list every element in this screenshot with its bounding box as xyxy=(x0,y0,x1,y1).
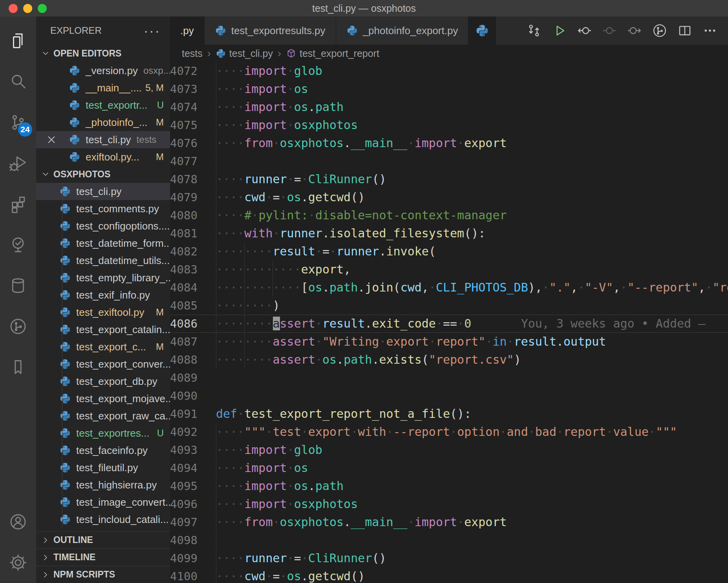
open-editor-item[interactable]: _photoinfo_...M xyxy=(36,114,170,131)
activity-item-bookmarks[interactable] xyxy=(0,347,36,388)
activity-item-source-control[interactable]: 24 xyxy=(0,102,36,143)
navigate-forward-icon[interactable] xyxy=(622,21,647,40)
navigate-back-icon[interactable] xyxy=(572,21,597,40)
editor-tab[interactable]: test_exportresults.py xyxy=(205,16,336,45)
code-line[interactable]: 4081····with·runner.isolated_filesystem(… xyxy=(170,224,728,242)
code-token: , xyxy=(344,262,351,276)
compare-changes-icon[interactable] xyxy=(521,21,547,40)
tree-item[interactable]: test_comments.py xyxy=(36,200,170,217)
code-line[interactable]: 4073····import·os xyxy=(170,80,728,98)
open-editor-item[interactable]: test_exportr...U xyxy=(36,97,170,114)
breadcrumb-item[interactable]: tests xyxy=(182,48,203,59)
tree-item[interactable]: test_configoptions.... xyxy=(36,217,170,235)
tree-item[interactable]: test_export_c...M xyxy=(36,338,170,355)
tree-item[interactable]: test_datetime_utils.... xyxy=(36,252,170,269)
code-line[interactable]: 4078····runner·=·CliRunner() xyxy=(170,170,728,188)
tree-item[interactable]: test_empty_library_... xyxy=(36,269,170,286)
tree-item[interactable]: test_cli.py xyxy=(36,183,170,200)
code-line[interactable]: 4091def·test_export_report_not_a_file(): xyxy=(170,405,728,423)
code-line[interactable]: 4093····import·glob xyxy=(170,441,728,459)
code-line[interactable]: 4095····import·os.path xyxy=(170,477,728,495)
navigate-none-icon[interactable] xyxy=(597,21,622,40)
tree-item[interactable]: test_export_catalin... xyxy=(36,321,170,338)
tree-item[interactable]: test_export_conver... xyxy=(36,355,170,373)
code-line-current[interactable]: 4086········assert·result.exit_code·==·0… xyxy=(170,315,728,333)
open-editor-item[interactable]: _version.pyosxp... xyxy=(36,62,170,79)
activity-item-explorer[interactable] xyxy=(0,20,36,61)
code-line[interactable]: 4077 xyxy=(170,152,728,170)
close-icon[interactable] xyxy=(46,134,57,146)
tree-item[interactable]: test_exif_info.py xyxy=(36,286,170,304)
tree-item[interactable]: test_highsierra.py xyxy=(36,476,170,494)
whitespace-dots: · xyxy=(450,425,457,439)
activity-item-test-explorer[interactable] xyxy=(0,224,36,265)
whitespace-dots: ···· xyxy=(216,497,244,511)
activity-item-settings[interactable] xyxy=(0,542,36,583)
code-token: join xyxy=(365,281,393,294)
split-editor-icon[interactable] xyxy=(672,21,697,40)
tree-item[interactable]: test_export_db.py xyxy=(36,373,170,390)
git-status-badge: M xyxy=(156,117,164,128)
code-line[interactable]: 4075····import·osxphotos xyxy=(170,116,728,134)
code-line[interactable]: 4092····"""·test·export·with·--report·op… xyxy=(170,423,728,441)
editor-tab[interactable]: _photoinfo_export.py xyxy=(336,16,469,45)
activity-item-database[interactable] xyxy=(0,265,36,306)
code-token: __main__ xyxy=(351,515,408,529)
code-line[interactable]: 4072····import·glob xyxy=(170,62,728,80)
open-editor-item[interactable]: __main__....5, M xyxy=(36,79,170,97)
tree-item[interactable]: test_export_raw_ca... xyxy=(36,407,170,424)
code-line[interactable]: 4090 xyxy=(170,387,728,405)
activity-item-extensions[interactable] xyxy=(0,184,36,224)
gitlens-graph-icon[interactable] xyxy=(647,21,672,40)
sidebar-section-npm-scripts[interactable]: NPM SCRIPTS xyxy=(36,566,170,583)
code-line[interactable]: 4098 xyxy=(170,531,728,549)
activity-item-run-debug[interactable] xyxy=(0,143,36,184)
activity-item-search[interactable] xyxy=(0,61,36,102)
code-line[interactable]: 4099····runner·=·CliRunner() xyxy=(170,549,728,567)
run-icon[interactable] xyxy=(547,21,572,40)
open-editors-section-header[interactable]: OPEN EDITORS xyxy=(36,45,170,62)
project-section-header[interactable]: OSXPHOTOS xyxy=(36,166,170,183)
zoom-window-button[interactable] xyxy=(38,4,47,13)
code-line[interactable]: 4085········) xyxy=(170,297,728,315)
tree-item[interactable]: test_faceinfo.py xyxy=(36,442,170,459)
python-environment-button[interactable] xyxy=(468,16,496,45)
breadcrumb-item[interactable]: test_export_report xyxy=(286,48,379,59)
whitespace-dots: ···· xyxy=(216,190,244,204)
activity-item-account[interactable] xyxy=(0,501,36,542)
open-editor-item[interactable]: exiftool.py...M xyxy=(36,148,170,166)
code-editor[interactable]: 4072····import·glob4073····import·os4074… xyxy=(170,62,728,583)
sidebar-section-timeline[interactable]: TIMELINE xyxy=(36,548,170,566)
code-token: exists xyxy=(379,353,421,366)
close-window-button[interactable] xyxy=(9,4,18,13)
open-editor-item[interactable]: test_cli.pytests xyxy=(36,131,170,148)
code-line[interactable]: 4089 xyxy=(170,369,728,387)
tree-item[interactable]: test_fileutil.py xyxy=(36,459,170,476)
code-line[interactable]: 4082········result·=·runner.invoke( xyxy=(170,242,728,261)
tree-item[interactable]: test_incloud_catali... xyxy=(36,511,170,528)
code-line[interactable]: 4084············[os.path.join(cwd,·CLI_P… xyxy=(170,279,728,297)
sidebar-section-outline[interactable]: OUTLINE xyxy=(36,531,170,548)
more-actions-icon[interactable]: ··· xyxy=(144,27,161,35)
code-line[interactable]: 4087········assert·"Writing·export·repor… xyxy=(170,333,728,351)
code-line[interactable]: 4096····import·osxphotos xyxy=(170,495,728,513)
code-line[interactable]: 4094····import·os xyxy=(170,459,728,477)
tree-item[interactable]: test_export_mojave... xyxy=(36,390,170,407)
activity-item-gitlens[interactable] xyxy=(0,306,36,347)
editor-tab[interactable]: .py xyxy=(170,16,205,45)
breadcrumb-item[interactable]: test_cli.py xyxy=(216,48,273,59)
code-line[interactable]: 4083············export, xyxy=(170,261,728,279)
code-line[interactable]: 4100····cwd·=·os.getcwd() xyxy=(170,567,728,583)
code-line[interactable]: 4074····import·os.path xyxy=(170,98,728,116)
code-line[interactable]: 4079····cwd·=·os.getcwd() xyxy=(170,188,728,206)
tree-item[interactable]: test_exportres...U xyxy=(36,424,170,442)
tree-item[interactable]: test_image_convert... xyxy=(36,494,170,511)
more-actions-icon[interactable] xyxy=(697,21,723,40)
minimize-window-button[interactable] xyxy=(23,4,32,13)
code-line[interactable]: 4080····#·pylint:·disable=not-context-ma… xyxy=(170,206,728,224)
code-line[interactable]: 4076····from·osxphotos.__main__·import·e… xyxy=(170,134,728,152)
tree-item[interactable]: test_exiftool.pyM xyxy=(36,304,170,321)
code-line[interactable]: 4097····from·osxphotos.__main__·import·e… xyxy=(170,513,728,531)
code-line[interactable]: 4088········assert·os.path.exists("repor… xyxy=(170,351,728,369)
tree-item[interactable]: test_datetime_form... xyxy=(36,235,170,252)
